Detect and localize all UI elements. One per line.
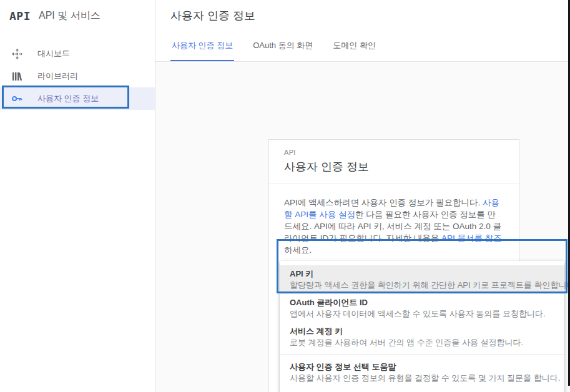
brand-area: API API 및 서비스 (0, 0, 155, 31)
menu-item-service-account-key[interactable]: 서비스 계정 키 로봇 계정을 사용하여 서버 간의 앱 수준 인증을 사용 설… (280, 323, 564, 351)
tab-bar: 사용자 인증 정보 OAuth 동의 화면 도메인 확인 (155, 31, 570, 62)
sidebar-item-credentials[interactable]: 사용자 인증 정보 (0, 87, 155, 110)
menu-item-description: 할당량과 액세스 권한을 확인하기 위해 간단한 API 키로 프로젝트를 확인… (290, 280, 554, 290)
description-text: 하세요. (284, 245, 312, 255)
menu-item-description: 로봇 계정을 사용하여 서버 간의 앱 수준 인증을 사용 설정합니다. (290, 337, 554, 348)
app-header: API API 및 서비스 사용자 인증 정보 (0, 0, 570, 32)
tab-credentials[interactable]: 사용자 인증 정보 (170, 31, 234, 61)
api-logo: API (9, 9, 31, 22)
dashboard-icon (12, 49, 22, 59)
product-name: API 및 서비스 (39, 9, 101, 22)
card-header: API 사용자 인증 정보 (269, 140, 519, 184)
sidebar-item-label: 라이브러리 (37, 71, 78, 82)
key-icon (12, 94, 22, 104)
description-text: API에 액세스하려면 사용자 인증 정보가 필요합니다. (284, 198, 483, 207)
menu-item-title: 사용자 인증 정보 선택 도움말 (290, 361, 554, 372)
sidebar-item-dashboard[interactable]: 대시보드 (0, 42, 155, 65)
menu-item-description: 사용할 사용자 인증 정보의 유형을 결정할 수 있도록 몇 가지 질문을 합니… (290, 373, 554, 383)
menu-item-help-me-choose[interactable]: 사용자 인증 정보 선택 도움말 사용할 사용자 인증 정보의 유형을 결정할 … (280, 358, 564, 387)
sidebar-item-label: 사용자 인증 정보 (37, 93, 99, 104)
api-docs-link[interactable]: API 문서를 참조 (441, 233, 502, 243)
menu-item-description: 앱에서 사용자 데이터에 액세스할 수 있도록 사용자 동의를 요청합니다. (290, 308, 554, 319)
menu-item-title: API 키 (290, 268, 554, 279)
menu-item-oauth-client-id[interactable]: OAuth 클라이언트 ID 앱에서 사용자 데이터에 액세스할 수 있도록 사… (280, 294, 564, 323)
tab-domain-verification[interactable]: 도메인 확인 (332, 31, 377, 61)
menu-separator (280, 355, 564, 355)
tab-oauth-consent[interactable]: OAuth 동의 화면 (252, 31, 314, 61)
sidebar-item-library[interactable]: 라이브러리 (0, 65, 155, 87)
menu-item-api-key[interactable]: API 키 할당량과 액세스 권한을 확인하기 위해 간단한 API 키로 프로… (280, 265, 564, 294)
card-title: 사용자 인증 정보 (284, 159, 504, 174)
menu-item-title: 서비스 계정 키 (290, 326, 554, 336)
sidebar-item-label: 대시보드 (37, 48, 70, 59)
page-title: 사용자 인증 정보 (170, 8, 255, 23)
sidebar: 대시보드 라이브러리 (0, 31, 155, 392)
library-icon (12, 71, 22, 82)
card-eyebrow: API (284, 149, 504, 156)
menu-item-title: OAuth 클라이언트 ID (290, 297, 554, 308)
create-credentials-menu: API 키 할당량과 액세스 권한을 확인하기 위해 간단한 API 키로 프로… (280, 261, 564, 392)
